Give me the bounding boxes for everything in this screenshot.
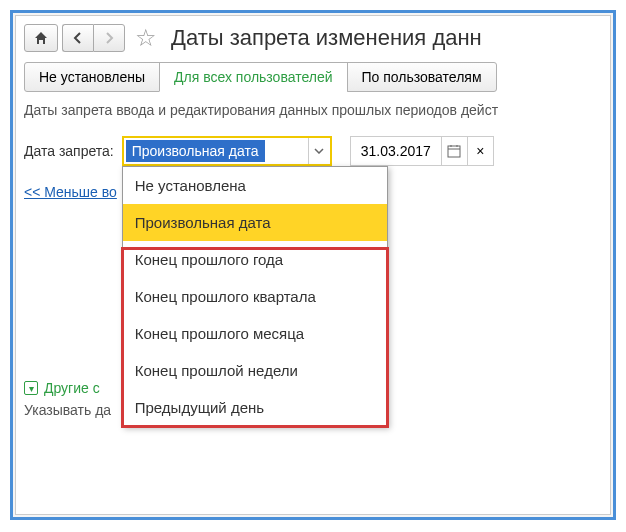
back-button[interactable]	[62, 24, 93, 52]
page-title: Даты запрета изменения данн	[171, 25, 482, 51]
forward-button[interactable]	[93, 24, 125, 52]
less-link[interactable]: << Меньше во	[16, 184, 125, 200]
dropdown-value: Произвольная дата	[126, 140, 265, 162]
description-text: Даты запрета ввода и редактирования данн…	[16, 102, 610, 136]
chevron-down-icon[interactable]	[308, 138, 330, 164]
dropdown-option[interactable]: Конец прошлой недели	[123, 352, 387, 389]
date-type-dropdown[interactable]: Произвольная дата	[122, 136, 332, 166]
dropdown-option[interactable]: Предыдущий день	[123, 389, 387, 426]
dropdown-option[interactable]: Не установлена	[123, 167, 387, 204]
tab-bar: Не установлены Для всех пользователей По…	[16, 62, 610, 92]
svg-rect-0	[448, 146, 460, 157]
dropdown-option[interactable]: Конец прошлого года	[123, 241, 387, 278]
clear-icon[interactable]: ×	[467, 137, 493, 165]
date-value: 31.03.2017	[351, 143, 441, 159]
dropdown-option[interactable]: Произвольная дата	[123, 204, 387, 241]
section-title: Другие с	[44, 380, 100, 396]
dropdown-option[interactable]: Конец прошлого месяца	[123, 315, 387, 352]
date-input[interactable]: 31.03.2017 ×	[350, 136, 494, 166]
home-button[interactable]	[24, 24, 58, 52]
date-label: Дата запрета:	[24, 143, 114, 159]
tab-all-users[interactable]: Для всех пользователей	[159, 62, 347, 92]
chevron-down-icon: ▾	[24, 381, 38, 395]
dropdown-menu: Не установлена Произвольная дата Конец п…	[122, 166, 388, 427]
calendar-icon[interactable]	[441, 137, 467, 165]
favorite-button[interactable]: ☆	[129, 24, 163, 52]
tab-by-user[interactable]: По пользователям	[347, 62, 497, 92]
tab-not-set[interactable]: Не установлены	[24, 62, 160, 92]
dropdown-option[interactable]: Конец прошлого квартала	[123, 278, 387, 315]
